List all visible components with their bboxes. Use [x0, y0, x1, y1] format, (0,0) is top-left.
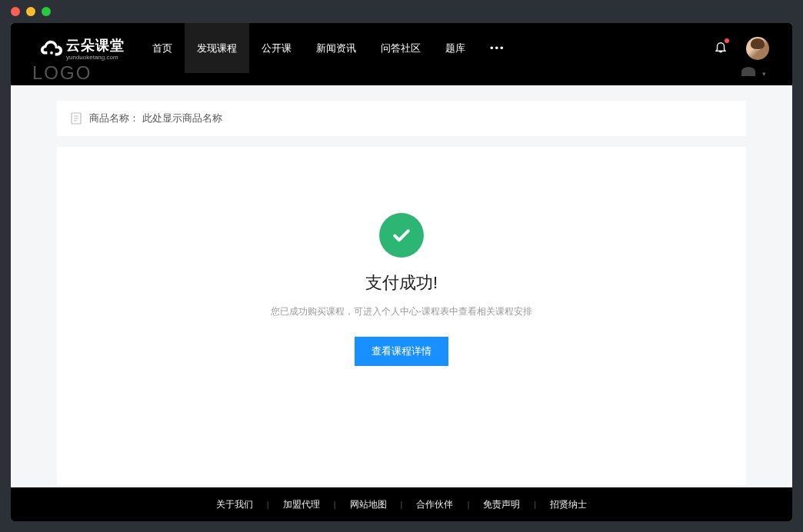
- browser-window: 云朵课堂 yunduoketang.com 首页 发现课程 公开课 新闻资讯 问…: [0, 0, 803, 532]
- nav-qa-community[interactable]: 问答社区: [368, 23, 433, 73]
- cloud-logo-icon: [40, 37, 63, 60]
- window-maximize-icon[interactable]: [42, 7, 51, 16]
- window-close-icon[interactable]: [11, 7, 20, 16]
- nav-right: [714, 37, 769, 60]
- footer: 关于我们 | 加盟代理 | 网站地图 | 合作伙伴 | 免责声明 | 招贤纳士: [11, 487, 792, 521]
- nav-home[interactable]: 首页: [140, 23, 185, 73]
- nav-discover-courses[interactable]: 发现课程: [185, 23, 249, 73]
- footer-about[interactable]: 关于我们: [202, 498, 267, 511]
- success-card: 支付成功! 您已成功购买课程，可进入个人中心-课程表中查看相关课程安排 查看课程…: [57, 147, 746, 485]
- product-label: 商品名称：: [89, 111, 139, 125]
- notifications-button[interactable]: [714, 40, 728, 57]
- nav-news[interactable]: 新闻资讯: [304, 23, 368, 73]
- footer-disclaimer[interactable]: 免责声明: [469, 498, 534, 511]
- site-logo[interactable]: 云朵课堂 yunduoketang.com: [40, 36, 125, 61]
- svg-point-0: [50, 51, 53, 54]
- footer-sitemap[interactable]: 网站地图: [336, 498, 401, 511]
- footer-franchise[interactable]: 加盟代理: [269, 498, 334, 511]
- document-icon: [71, 112, 82, 125]
- footer-careers[interactable]: 招贤纳士: [536, 498, 601, 511]
- product-value: 此处显示商品名称: [142, 111, 222, 125]
- ghost-avatar-icon: [741, 67, 755, 76]
- viewport: 云朵课堂 yunduoketang.com 首页 发现课程 公开课 新闻资讯 问…: [11, 23, 792, 521]
- avatar[interactable]: [746, 37, 769, 60]
- nav-question-bank[interactable]: 题库: [433, 23, 478, 73]
- ghost-logo-text: LOGO: [32, 62, 92, 84]
- product-name-bar: 商品名称： 此处显示商品名称: [57, 101, 746, 136]
- secondary-bar: LOGO ▾: [11, 73, 792, 85]
- success-title: 支付成功!: [365, 271, 438, 294]
- logo-text: 云朵课堂: [66, 36, 125, 55]
- view-course-detail-button[interactable]: 查看课程详情: [355, 337, 448, 366]
- chevron-down-icon: ▾: [762, 70, 766, 78]
- footer-partners[interactable]: 合作伙伴: [402, 498, 467, 511]
- nav-more-icon[interactable]: •••: [478, 23, 518, 73]
- nav-open-courses[interactable]: 公开课: [249, 23, 304, 73]
- logo-subtext: yunduoketang.com: [66, 55, 125, 61]
- notification-dot-icon: [725, 38, 729, 43]
- browser-chrome: [0, 0, 803, 23]
- success-check-icon: [379, 213, 424, 258]
- page-body: 商品名称： 此处显示商品名称 支付成功! 您已成功购买课程，可进入个人中心-课程…: [11, 85, 792, 500]
- nav-items: 首页 发现课程 公开课 新闻资讯 问答社区 题库 •••: [140, 23, 518, 73]
- top-nav: 云朵课堂 yunduoketang.com 首页 发现课程 公开课 新闻资讯 问…: [11, 23, 792, 73]
- window-minimize-icon[interactable]: [26, 7, 35, 16]
- success-subtitle: 您已成功购买课程，可进入个人中心-课程表中查看相关课程安排: [271, 305, 532, 318]
